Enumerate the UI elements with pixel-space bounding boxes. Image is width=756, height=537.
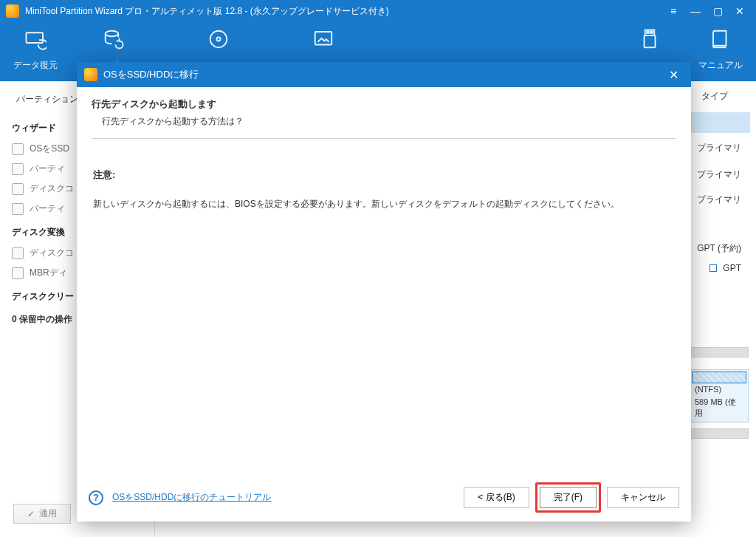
disk-size-label: 589 MB (使用	[692, 395, 746, 420]
toolbar-image-button[interactable]	[301, 28, 346, 59]
toolbar-manual-button[interactable]: マニュアル	[698, 28, 743, 72]
finish-button[interactable]: 完了(F)	[540, 487, 597, 508]
note-text: 新しいディスクから起動するには、BIOSを設定する必要があります。新しいディスク…	[93, 198, 676, 211]
dialog-subheading: 行先ディスクから起動する方法は？	[102, 115, 676, 128]
note-heading: 注意:	[93, 168, 676, 182]
apply-label: 適用	[39, 507, 57, 520]
tag-primary-3-label: プライマリ	[697, 194, 741, 206]
item-disk-convert-label: ディスクコ	[30, 247, 74, 259]
dialog-divider	[92, 138, 676, 139]
check-icon: ✓	[27, 509, 35, 519]
svg-point-1	[106, 31, 119, 37]
svg-point-3	[217, 38, 221, 41]
svg-rect-8	[650, 31, 653, 33]
disk-convert-icon	[12, 247, 24, 259]
tag-gpt-res-label: GPT (予約)	[697, 242, 741, 255]
image-icon	[312, 28, 334, 50]
item-mbr-label: MBRディ	[30, 267, 67, 279]
disk-usage-bar	[692, 372, 746, 383]
tag-gpt-label: GPT	[723, 263, 741, 273]
svg-point-2	[210, 31, 227, 48]
tag-primary-1-label: プライマリ	[697, 142, 741, 154]
app-icon	[6, 4, 19, 18]
mbr-icon	[12, 267, 24, 279]
dialog-icon	[84, 68, 97, 81]
item-partition-2-label: パーティ	[30, 202, 65, 215]
svg-rect-6	[645, 35, 656, 47]
svg-rect-7	[647, 31, 649, 33]
back-button[interactable]: < 戻る(B)	[464, 487, 529, 508]
item-migrate-os-label: OSをSSD	[30, 143, 69, 155]
dialog-body: 行先ディスクから起動します 行先ディスクから起動する方法は？ 注意: 新しいディ…	[77, 87, 691, 473]
partition-icon	[12, 203, 24, 215]
column-type: タイプ	[701, 90, 728, 103]
data-recovery-label: データ復元	[13, 59, 58, 72]
toolbar-manual-label: マニュアル	[698, 59, 743, 72]
disk-bar	[690, 347, 749, 358]
disk-copy-icon	[12, 183, 24, 195]
minimize-button[interactable]: —	[685, 3, 706, 19]
disk-icon	[207, 28, 230, 50]
finish-highlight: 完了(F)	[535, 482, 601, 513]
tag-primary-2: プライマリ	[684, 168, 741, 181]
help-icon[interactable]: ?	[89, 490, 103, 505]
usb-icon	[639, 28, 661, 50]
partition-recovery-icon	[12, 163, 24, 175]
tag-primary-1: プライマリ	[684, 142, 741, 154]
disk-box[interactable]: (NTFS) 589 MB (使用	[690, 369, 749, 423]
dialog-titlebar: OSをSSD/HDDに移行 ✕	[77, 62, 691, 87]
tag-primary-3: プライマリ	[684, 194, 741, 206]
main-titlebar: MiniTool Partition Wizard プロ・アルティメット版 12…	[0, 0, 756, 22]
toolbar-disk-button[interactable]	[196, 28, 241, 59]
book-icon	[709, 28, 732, 50]
migrate-os-icon	[12, 143, 24, 155]
data-recovery-icon	[24, 28, 47, 50]
svg-rect-4	[315, 32, 332, 45]
apply-button[interactable]: ✓適用	[13, 504, 71, 524]
tab-partition[interactable]: パーティション	[9, 89, 86, 110]
tag-primary-2-label: プライマリ	[697, 168, 741, 181]
dialog-body-spacer	[92, 211, 676, 466]
window-controls: ≡ — ▢ ✕	[663, 3, 750, 19]
bottom-bar: ✓適用	[13, 504, 71, 524]
data-recovery-button[interactable]: データ復元	[13, 28, 58, 72]
svg-rect-0	[27, 33, 44, 43]
menu-icon[interactable]: ≡	[663, 3, 684, 19]
maximize-button[interactable]: ▢	[707, 3, 728, 19]
tag-gpt: GPT	[709, 263, 741, 273]
close-button[interactable]: ✕	[729, 3, 750, 19]
disk-ntfs-label: (NTFS)	[692, 383, 746, 395]
dialog-title: OSをSSD/HDDに移行	[103, 68, 663, 81]
dialog-heading: 行先ディスクから起動します	[92, 98, 676, 111]
square-icon	[709, 264, 717, 272]
dialog-close-button[interactable]: ✕	[663, 66, 684, 83]
app-title: MiniTool Partition Wizard プロ・アルティメット版 12…	[25, 5, 663, 18]
dialog-footer: ? OSをSSD/HDDに移行のチュートリアル < 戻る(B) 完了(F) キャ…	[77, 473, 691, 521]
item-partition-recovery-label: パーティ	[30, 163, 65, 175]
migrate-os-dialog: OSをSSD/HDDに移行 ✕ 行先ディスクから起動します 行先ディスクから起動…	[77, 62, 691, 521]
tag-gpt-res: GPT (予約)	[684, 242, 741, 255]
cancel-button[interactable]: キャンセル	[607, 487, 679, 508]
item-disk-copy-label: ディスクコ	[30, 182, 74, 195]
disk-bar-2	[690, 428, 749, 439]
disk-refresh-icon	[103, 28, 125, 50]
tutorial-link[interactable]: OSをSSD/HDDに移行のチュートリアル	[112, 491, 271, 504]
